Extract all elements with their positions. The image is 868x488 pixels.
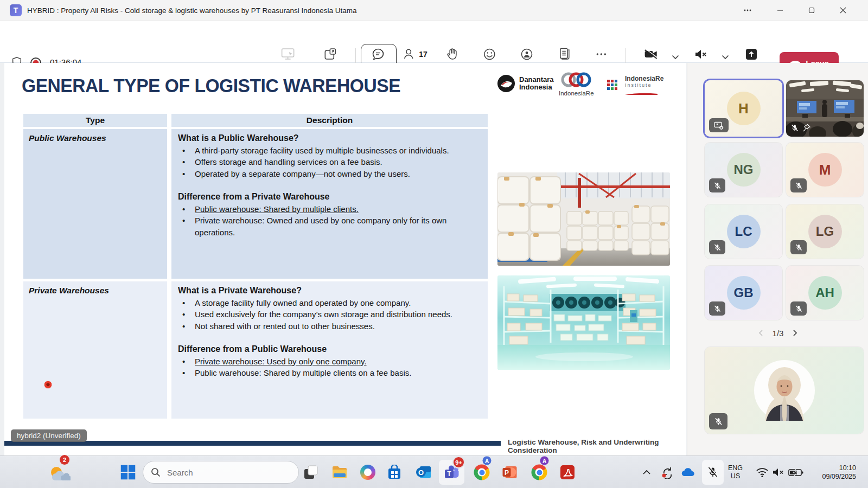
chat-icon [371, 47, 385, 61]
sync-status-icon[interactable] [661, 466, 674, 479]
chrome-profile2-button[interactable]: A [532, 465, 547, 480]
teams-meeting-window: T HYBRID : Property All Risks - Cold sto… [0, 0, 868, 488]
participant-tile-m[interactable]: M [786, 143, 864, 197]
institute-text-1: IndonesiaRe [625, 75, 663, 82]
bullet-item: Operated by a separate company—not owned… [178, 168, 481, 180]
powerpoint-icon: P [502, 465, 518, 480]
outlook-icon: O [416, 465, 432, 480]
page-next-chevron-icon[interactable] [791, 329, 799, 337]
avatar: LC [727, 215, 761, 248]
task-view-button[interactable] [303, 465, 318, 480]
public-bullets: A third-party storage facility used by m… [178, 145, 481, 180]
profile-photo [754, 360, 815, 421]
participant-tile-speaker-photo[interactable] [705, 347, 864, 434]
teams-app-icon: T [10, 4, 22, 16]
institute-logo-icon [607, 79, 622, 93]
wifi-icon[interactable] [756, 467, 769, 478]
task-view-icon [303, 465, 318, 480]
participants-rail: H [687, 63, 868, 455]
outlook-button[interactable]: O [416, 465, 432, 480]
mic-off-icon [714, 417, 723, 426]
weather-widget[interactable]: 2 [47, 463, 71, 482]
acrobat-button[interactable] [560, 465, 575, 480]
window-title: HYBRID : Property All Risks - Cold stora… [27, 7, 357, 15]
participant-tile-ah[interactable]: AH [786, 266, 864, 320]
teams-button[interactable]: T 9+ [444, 465, 460, 480]
mic-off-badge [709, 301, 725, 316]
indonesiare-institute-logo: IndonesiaRe Institute [607, 75, 663, 98]
public-heading: What is a Public Warehouse? [178, 132, 481, 144]
svg-text:T: T [447, 470, 451, 478]
chrome-profile-badge: A [483, 457, 492, 465]
participant-tile-lg[interactable]: LG [786, 204, 864, 259]
powerpoint-button[interactable]: P [502, 465, 518, 480]
raise-hand-icon [445, 47, 459, 61]
tray-expand-chevron-icon[interactable] [642, 470, 651, 475]
camera-off-icon [643, 47, 659, 61]
minimize-button[interactable] [766, 0, 794, 21]
page-previous-chevron-icon[interactable] [757, 329, 765, 337]
battery-charging-icon[interactable] [788, 467, 803, 477]
danantara-text-1: Danantara [519, 76, 554, 84]
bullet-item: Public warehouse: Shared by multiple cli… [178, 367, 481, 379]
mic-off-icon [790, 124, 799, 132]
mic-muted-icon [693, 47, 709, 61]
table-header-description: Description [171, 114, 488, 127]
copilot-button[interactable] [360, 465, 375, 480]
bullet-item: Private warehouse: Used by only one comp… [178, 356, 481, 368]
presenting-badge [709, 118, 729, 132]
participants-pagination: 1/3 [687, 325, 868, 341]
mic-off-badge [709, 178, 725, 192]
mic-off-icon [713, 182, 722, 190]
window-titlebar: T HYBRID : Property All Risks - Cold sto… [0, 0, 868, 21]
private-diff-bullets: Private warehouse: Used by only one comp… [178, 356, 481, 379]
volume-muted-icon[interactable] [772, 467, 785, 478]
language-line1: ENG [728, 464, 743, 472]
maximize-button[interactable] [797, 0, 826, 21]
window-menu-button[interactable] [733, 0, 762, 21]
onedrive-icon[interactable] [681, 467, 695, 477]
ms-store-icon [387, 465, 402, 480]
warehouse-bags-photo [497, 172, 670, 266]
ms-store-button[interactable] [387, 465, 402, 480]
participant-tile-gb[interactable]: GB [705, 266, 782, 320]
participant-tile-h[interactable]: H [705, 80, 782, 137]
mic-off-badge [790, 240, 807, 254]
file-explorer-icon [331, 465, 348, 479]
mic-options-chevron-icon[interactable] [722, 55, 729, 60]
avatar: AH [808, 276, 842, 310]
camera-options-chevron-icon[interactable] [672, 55, 679, 60]
participant-tile-room-video[interactable] [786, 80, 864, 137]
mic-off-badge [790, 178, 807, 192]
chrome-profile1-button[interactable]: A [474, 465, 490, 480]
chrome-icon [474, 465, 490, 480]
avatar: LG [808, 215, 842, 248]
language-indicator[interactable]: ENG US [728, 464, 743, 480]
react-smiley-icon [482, 47, 496, 61]
copilot-icon [360, 465, 375, 480]
people-count: 17 [419, 50, 427, 59]
clock[interactable]: 10:10 09/09/2025 [822, 464, 856, 481]
teams-notification-badge: 9+ [452, 456, 465, 468]
tray-mic-muted-icon[interactable] [707, 466, 718, 478]
people-icon-group: 17 [403, 47, 427, 61]
bullet-item: Private warehouse: Owned and used by one… [178, 215, 481, 238]
indonesiare-text: IndonesiaRe [559, 90, 594, 97]
chrome-icon [532, 465, 547, 480]
pin-icon [802, 124, 811, 132]
participant-tile-lc[interactable]: LC [705, 204, 782, 259]
start-button[interactable] [121, 465, 136, 480]
participant-tile-ng[interactable]: NG [705, 143, 782, 197]
file-explorer-button[interactable] [331, 465, 348, 479]
mic-off-icon [713, 305, 722, 313]
close-button[interactable] [829, 0, 857, 21]
table-header-type: Type [23, 114, 167, 127]
private-heading: What is a Private Warehouse? [178, 285, 481, 297]
clock-time: 10:10 [822, 464, 856, 472]
notes-icon [557, 47, 571, 61]
search-input[interactable] [166, 467, 277, 478]
avatar: H [727, 92, 761, 125]
bullet-item: A third-party storage facility used by m… [178, 145, 481, 157]
taskbar-search[interactable] [143, 461, 299, 484]
meeting-toolbar: 01:36:04 Take control Pop out Chat [0, 21, 868, 63]
